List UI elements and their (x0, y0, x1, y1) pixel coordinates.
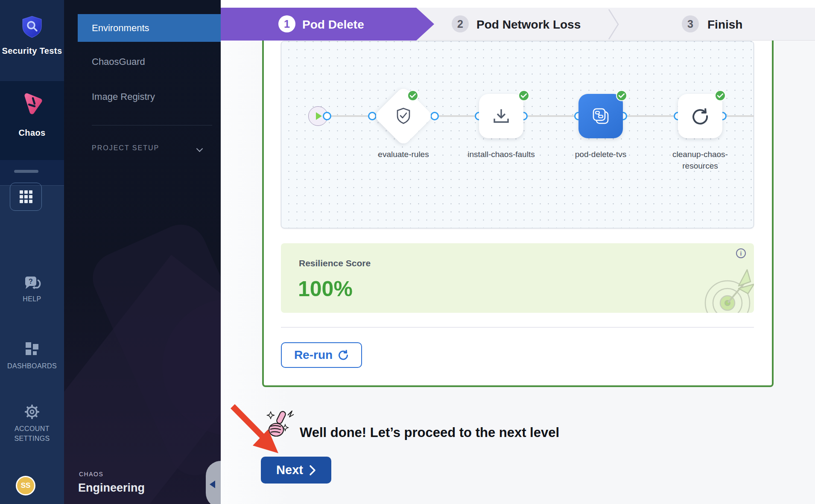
congrats-message: Well done! Let’s proceed to the next lev… (300, 425, 559, 440)
step1-number-badge: 1 (278, 15, 295, 32)
refresh-icon (691, 107, 710, 125)
node-install-chaos-faults[interactable] (479, 94, 523, 138)
rerun-button[interactable]: Re-run (281, 342, 362, 368)
user-avatar[interactable]: SS (16, 476, 35, 495)
step3-number-badge: 3 (682, 15, 699, 32)
connector-port (430, 112, 439, 120)
rerun-label: Re-run (294, 348, 333, 362)
project-kicker: CHAOS (79, 471, 103, 478)
environments-label: Environments (92, 23, 149, 34)
project-name: Engineering (78, 481, 145, 495)
chaos-icon[interactable] (0, 91, 64, 118)
node-label: install-chaos-faults (467, 149, 535, 160)
check-icon (715, 90, 726, 101)
rail-divider-dash (14, 170, 38, 173)
sidebar-divider (92, 125, 212, 125)
sidebar-item-chaosguard[interactable]: ChaosGuard (92, 56, 145, 67)
connector-port (368, 112, 377, 120)
resilience-score-title: Resilience Score (299, 258, 371, 268)
dashboards-label: DASHBOARDS (0, 362, 64, 370)
tab-step-pod-delete[interactable]: Pod Delete (302, 18, 364, 32)
image-registry-label: Image Registry (92, 91, 155, 102)
top-white-strip (221, 0, 815, 8)
check-icon (407, 90, 418, 101)
chaos-experiment-icon (591, 106, 611, 126)
next-button[interactable]: Next (261, 457, 331, 484)
account-settings-gear-icon[interactable] (0, 403, 64, 422)
help-label: HELP (0, 295, 64, 303)
module-grid-button[interactable] (10, 183, 42, 211)
sidebar-item-image-registry[interactable]: Image Registry (92, 91, 155, 102)
check-icon (616, 90, 627, 101)
connector-port (323, 112, 331, 120)
module-security-tests-tile[interactable] (0, 0, 64, 81)
pipeline-canvas[interactable]: evaluate-rules install-chaos-faults (281, 41, 754, 228)
resilience-score-value: 100% (298, 277, 353, 301)
tab-step-finish[interactable]: Finish (707, 18, 742, 32)
chevron-down-icon[interactable] (197, 146, 202, 151)
refresh-icon (338, 350, 349, 361)
project-sidebar: Environments ChaosGuard Image Registry P… (64, 0, 221, 504)
svg-text:?: ? (29, 278, 33, 285)
node-label: evaluate-rules (369, 149, 438, 160)
info-icon[interactable]: i (736, 248, 746, 258)
dashboards-icon[interactable] (0, 341, 64, 358)
sidebar-item-environments[interactable]: Environments (78, 14, 221, 42)
node-cleanup-chaos-resources[interactable] (678, 94, 722, 138)
project-setup-label: PROJECT SETUP (92, 144, 159, 151)
download-icon (492, 108, 510, 125)
shield-check-icon (382, 95, 425, 137)
sidebar-collapse-button[interactable] (206, 461, 221, 504)
grid-icon (20, 190, 32, 203)
step-separator-chevron (607, 9, 620, 40)
security-tests-icon[interactable] (0, 15, 64, 40)
account-settings-label-line1: ACCOUNT (0, 425, 64, 433)
chevron-right-icon (309, 465, 316, 476)
step2-number-badge: 2 (452, 15, 469, 32)
node-pod-delete-tvs[interactable] (578, 94, 623, 138)
next-label: Next (276, 463, 303, 477)
help-icon[interactable]: ? (0, 275, 64, 295)
security-tests-label: Security Tests (0, 46, 64, 56)
section-divider (281, 327, 754, 328)
wizard-stepper: 1 Pod Delete 2 Pod Network Loss 3 Finish (221, 8, 815, 41)
node-label: cleanup-chaos-resources (666, 149, 734, 172)
chevron-left-icon (210, 481, 215, 488)
account-settings-label-line2: SETTINGS (0, 435, 64, 443)
avatar-initials: SS (21, 481, 31, 490)
node-label: pod-delete-tvs (567, 149, 635, 160)
red-arrow-annotation (226, 401, 286, 459)
target-dart-illustration (694, 264, 754, 313)
module-rail: Security Tests Chaos ? (0, 0, 64, 504)
project-setup-section[interactable]: PROJECT SETUP (92, 144, 159, 152)
tab-step-pod-network-loss[interactable]: Pod Network Loss (476, 18, 581, 32)
resilience-score-panel: Resilience Score 100% i (281, 243, 754, 313)
app-window: Security Tests Chaos ? (0, 0, 815, 504)
play-icon (316, 112, 322, 120)
chaosguard-label: ChaosGuard (92, 56, 145, 67)
check-icon (518, 90, 529, 101)
chaos-label: Chaos (0, 128, 64, 138)
